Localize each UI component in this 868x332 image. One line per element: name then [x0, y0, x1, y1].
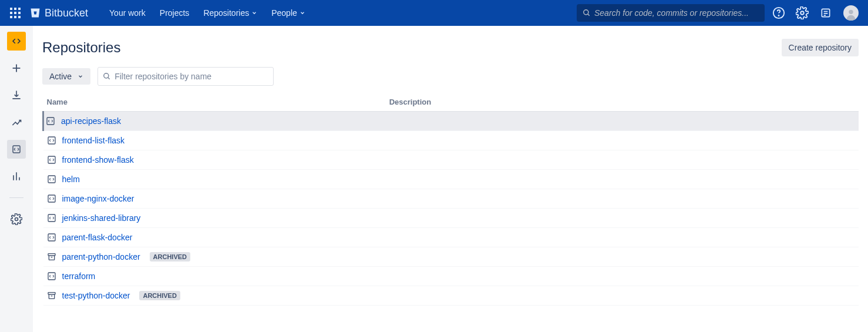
svg-point-17: [104, 73, 109, 78]
repo-link[interactable]: parent-flask-docker: [62, 233, 133, 242]
page-title: Repositories: [42, 39, 120, 56]
repo-link[interactable]: frontend-show-flask: [62, 155, 134, 165]
global-search[interactable]: [577, 4, 765, 22]
user-avatar[interactable]: [843, 5, 859, 21]
repo-link[interactable]: api-recipes-flask: [61, 116, 121, 126]
nav-item-label: Your work: [109, 8, 146, 18]
repo-link[interactable]: test-python-docker: [62, 291, 130, 300]
repo-description: [386, 209, 859, 228]
repo-icon: [47, 136, 56, 145]
chevron-down-icon: [300, 10, 305, 16]
repo-description: [386, 267, 859, 286]
repositories-table: Name Description api-recipes-flaskfronte…: [42, 93, 859, 306]
repo-icon: [46, 116, 55, 126]
top-navbar: Bitbucket Your workProjectsRepositoriesP…: [0, 0, 868, 26]
help-icon: [772, 6, 785, 19]
svg-point-9: [849, 10, 853, 14]
svg-line-18: [108, 78, 110, 79]
nav-item-repositories[interactable]: Repositories: [196, 0, 264, 26]
svg-point-0: [584, 10, 588, 15]
archived-badge: ARCHIVED: [139, 291, 180, 300]
svg-point-4: [800, 11, 804, 15]
chart-up-icon: [11, 116, 22, 128]
global-search-input[interactable]: [594, 8, 759, 18]
table-row[interactable]: terraform: [43, 267, 859, 286]
sidebar-settings[interactable]: [7, 210, 26, 229]
bitbucket-logo-icon: [29, 7, 41, 19]
create-repository-button[interactable]: Create repository: [782, 39, 859, 56]
gear-icon: [11, 213, 22, 225]
repo-link[interactable]: parent-python-docker: [62, 252, 140, 261]
nav-item-label: Projects: [160, 8, 190, 18]
repo-description: [386, 228, 859, 247]
sidebar-activity[interactable]: [7, 113, 26, 132]
repo-link[interactable]: helm: [62, 175, 80, 184]
repo-link[interactable]: frontend-list-flask: [62, 136, 125, 145]
repo-description: [386, 170, 859, 189]
repo-icon: [47, 175, 56, 184]
notes-icon: [820, 7, 832, 19]
status-filter-label: Active: [49, 72, 72, 81]
sidebar-add[interactable]: [7, 59, 26, 78]
app-switcher-icon[interactable]: [6, 4, 25, 22]
table-row[interactable]: api-recipes-flask: [43, 112, 859, 131]
archived-badge: ARCHIVED: [150, 252, 190, 261]
sidebar-reports[interactable]: [7, 167, 26, 186]
filter-repositories-box[interactable]: [97, 67, 274, 86]
chevron-down-icon: [78, 73, 83, 79]
status-filter-dropdown[interactable]: Active: [42, 68, 90, 85]
table-row[interactable]: jenkins-shared-library: [43, 209, 859, 228]
nav-item-projects[interactable]: Projects: [153, 0, 197, 26]
brand-link[interactable]: Bitbucket: [29, 7, 88, 19]
repo-description: [386, 286, 859, 306]
help-button[interactable]: [769, 4, 788, 22]
repo-icon: [47, 233, 56, 242]
repo-description: [386, 131, 859, 150]
repo-icon: [47, 194, 56, 203]
nav-item-people[interactable]: People: [264, 0, 312, 26]
table-row[interactable]: parent-python-dockerARCHIVED: [43, 247, 859, 267]
chevron-down-icon: [251, 10, 257, 16]
brand-text: Bitbucket: [45, 7, 88, 19]
sidebar-repositories[interactable]: [7, 140, 26, 159]
search-icon: [583, 9, 591, 17]
repo-description: [386, 150, 859, 170]
plus-icon: [10, 62, 23, 75]
bar-chart-icon: [11, 170, 22, 182]
gear-icon: [796, 6, 809, 19]
whats-new-button[interactable]: [816, 4, 835, 22]
table-row[interactable]: parent-flask-docker: [43, 228, 859, 247]
repo-link[interactable]: image-nginx-docker: [62, 194, 134, 203]
table-row[interactable]: helm: [43, 170, 859, 189]
repo-description: [386, 189, 859, 209]
svg-rect-29: [48, 293, 55, 294]
repo-icon: [47, 271, 56, 281]
table-row[interactable]: frontend-show-flask: [43, 150, 859, 170]
svg-point-16: [15, 218, 18, 221]
repo-icon: [47, 213, 56, 223]
archive-icon: [47, 291, 56, 300]
repo-link[interactable]: jenkins-shared-library: [62, 213, 141, 223]
repo-description: [386, 247, 859, 267]
repo-icon: [11, 144, 22, 155]
project-avatar[interactable]: [7, 32, 26, 51]
table-row[interactable]: test-python-dockerARCHIVED: [43, 286, 859, 306]
archive-icon: [47, 252, 56, 261]
project-sidebar: [0, 26, 33, 332]
repo-description: [386, 112, 859, 131]
column-header-description[interactable]: Description: [386, 93, 859, 112]
nav-item-label: People: [271, 8, 297, 18]
nav-item-label: Repositories: [203, 8, 249, 18]
filter-repositories-input[interactable]: [115, 72, 268, 81]
search-icon: [103, 72, 111, 81]
repo-icon: [47, 155, 56, 165]
repo-link[interactable]: terraform: [62, 271, 96, 281]
settings-button[interactable]: [793, 4, 812, 22]
column-header-name[interactable]: Name: [43, 93, 386, 112]
table-row[interactable]: image-nginx-docker: [43, 189, 859, 209]
sidebar-clone[interactable]: [7, 86, 26, 105]
code-icon: [11, 36, 22, 46]
table-row[interactable]: frontend-list-flask: [43, 131, 859, 150]
svg-point-3: [778, 15, 779, 16]
nav-item-your-work[interactable]: Your work: [102, 0, 153, 26]
